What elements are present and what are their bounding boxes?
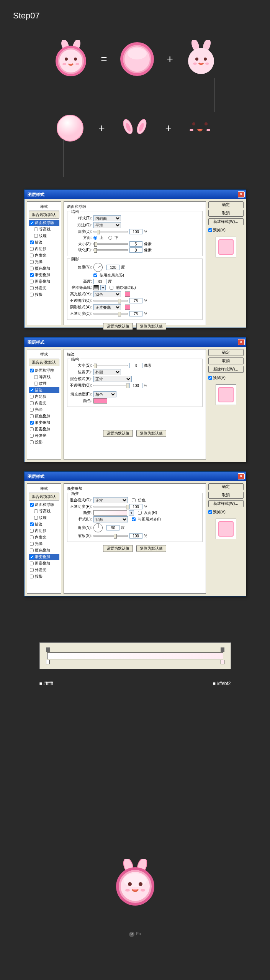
style-item[interactable]: 斜面和浮雕 — [29, 367, 59, 374]
blend-options-button[interactable]: 混合选项:默认 — [29, 493, 59, 501]
angle-input[interactable] — [106, 525, 119, 530]
preview-checkbox[interactable] — [208, 376, 212, 380]
angle-dial[interactable] — [93, 523, 103, 532]
style-item[interactable]: 描边 — [29, 239, 59, 245]
style-item[interactable]: 内发光 — [29, 252, 59, 259]
style-item[interactable]: 内阴影 — [29, 528, 59, 534]
size-input[interactable] — [129, 241, 142, 247]
checkbox[interactable] — [34, 382, 38, 385]
cancel-button[interactable]: 取消 — [208, 492, 244, 499]
style-item[interactable]: 图案叠加 — [29, 278, 59, 285]
checkbox[interactable] — [34, 375, 38, 379]
highlight-mode-select[interactable]: 滤色 — [93, 291, 121, 297]
style-item[interactable]: 颜色叠加 — [29, 265, 59, 272]
reset-default-button[interactable]: 复位为默认值 — [136, 545, 166, 552]
chevron-down-icon[interactable]: ▾ — [100, 285, 106, 290]
opacity-input[interactable] — [129, 504, 142, 509]
checkbox[interactable] — [30, 408, 34, 412]
style-item[interactable]: 内发光 — [29, 400, 59, 406]
angle-dial[interactable] — [93, 263, 103, 272]
stroke-color-swatch[interactable] — [93, 398, 107, 404]
style-item[interactable]: 外发光 — [29, 567, 59, 573]
shadow-opacity-input[interactable] — [129, 311, 142, 316]
checkbox[interactable] — [30, 221, 34, 225]
blend-mode-select[interactable]: 正常 — [93, 376, 132, 382]
checkbox[interactable] — [30, 440, 34, 444]
style-item[interactable]: 光泽 — [29, 407, 59, 413]
style-item[interactable]: 颜色叠加 — [29, 547, 59, 553]
style-item[interactable]: 描边 — [29, 521, 59, 527]
preview-checkbox[interactable] — [208, 228, 212, 232]
cancel-button[interactable]: 取消 — [208, 210, 244, 217]
style-item[interactable]: 内发光 — [29, 534, 59, 540]
checkbox[interactable] — [30, 427, 34, 431]
close-icon[interactable]: × — [238, 191, 245, 198]
scale-slider[interactable] — [93, 535, 128, 537]
style-item[interactable]: 投影 — [29, 573, 59, 580]
color-stop-left[interactable] — [46, 660, 50, 664]
styles-header[interactable]: 样式 — [29, 485, 59, 492]
soften-input[interactable] — [129, 247, 142, 253]
checkbox[interactable] — [30, 247, 34, 251]
color-stop-right[interactable] — [221, 660, 224, 664]
size-slider[interactable] — [93, 243, 128, 245]
depth-input[interactable] — [129, 229, 142, 234]
styles-header[interactable]: 样式 — [29, 351, 59, 358]
altitude-input[interactable] — [93, 279, 106, 284]
set-default-button[interactable]: 设置为默认值 — [103, 323, 133, 330]
ok-button[interactable]: 确定 — [208, 483, 244, 490]
checkbox[interactable] — [30, 568, 34, 572]
style-item[interactable]: 斜面和浮雕 — [29, 220, 59, 226]
reset-default-button[interactable]: 复位为默认值 — [136, 430, 166, 437]
highlight-opacity-input[interactable] — [129, 298, 142, 303]
checkbox[interactable] — [30, 395, 34, 399]
close-icon[interactable]: × — [238, 473, 245, 479]
global-light-checkbox[interactable] — [93, 273, 97, 277]
style-item[interactable]: 投影 — [29, 439, 59, 445]
checkbox[interactable] — [30, 254, 34, 257]
gradient-editor[interactable] — [39, 642, 231, 669]
cancel-button[interactable]: 取消 — [208, 357, 244, 364]
dir-up-radio[interactable] — [93, 236, 97, 240]
ok-button[interactable]: 确定 — [208, 349, 244, 356]
style-item[interactable]: 等高线 — [29, 226, 59, 232]
style-item[interactable]: 内阴影 — [29, 394, 59, 400]
style-item[interactable]: 光泽 — [29, 259, 59, 265]
antialias-checkbox[interactable] — [110, 286, 113, 290]
checkbox[interactable] — [30, 369, 34, 372]
style-item[interactable]: 投影 — [29, 292, 59, 298]
styles-header[interactable]: 样式 — [29, 203, 59, 211]
angle-input[interactable] — [106, 265, 119, 270]
style-item[interactable]: 渐变叠加 — [29, 272, 59, 278]
close-icon[interactable]: × — [238, 339, 245, 345]
opacity-slider[interactable] — [93, 506, 128, 507]
shadow-mode-select[interactable]: 正片叠底 — [93, 304, 121, 310]
style-item[interactable]: 内阴影 — [29, 246, 59, 252]
new-style-button[interactable]: 新建样式(W)... — [208, 218, 244, 225]
style-item[interactable]: 图案叠加 — [29, 426, 59, 432]
checkbox[interactable] — [30, 421, 34, 425]
checkbox[interactable] — [34, 509, 38, 513]
new-style-button[interactable]: 新建样式(W)... — [208, 500, 244, 507]
shadow-opacity-slider[interactable] — [93, 313, 128, 315]
filltype-select[interactable]: 颜色 — [93, 391, 116, 397]
checkbox[interactable] — [30, 542, 34, 546]
opacity-input[interactable] — [129, 383, 142, 388]
new-style-button[interactable]: 新建样式(W)... — [208, 366, 244, 373]
style-item[interactable]: 光泽 — [29, 541, 59, 547]
scale-input[interactable] — [129, 533, 142, 539]
checkbox[interactable] — [30, 535, 34, 539]
checkbox[interactable] — [30, 286, 34, 290]
style-select[interactable]: 内斜面 — [93, 215, 121, 221]
titlebar[interactable]: 图层样式 × — [25, 338, 246, 347]
checkbox[interactable] — [30, 388, 34, 392]
checkbox[interactable] — [34, 234, 38, 238]
checkbox[interactable] — [30, 434, 34, 438]
size-slider[interactable] — [93, 365, 128, 366]
checkbox[interactable] — [30, 503, 34, 507]
style-item[interactable]: 纹理 — [29, 515, 59, 521]
checkbox[interactable] — [30, 240, 34, 244]
highlight-color-swatch[interactable] — [125, 292, 130, 297]
checkbox[interactable] — [30, 267, 34, 270]
gradient-bar[interactable] — [47, 652, 223, 659]
